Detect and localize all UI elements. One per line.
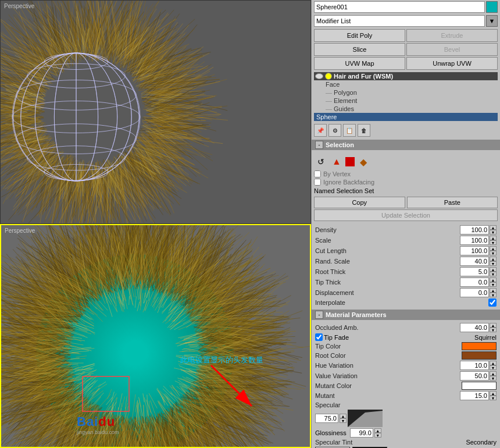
root-color-label: Root Color [315, 352, 462, 359]
tip-color-row: Tip Color [314, 342, 498, 351]
sel-poly-icon[interactable]: ◆ [356, 155, 370, 169]
scale-down[interactable]: ▼ [490, 240, 497, 245]
modifier-list-row: ▼ [312, 14, 500, 28]
rand-scale-down[interactable]: ▼ [490, 261, 497, 266]
selection-toggle[interactable]: - [315, 141, 323, 149]
value-variation-up[interactable]: ▲ [490, 371, 497, 376]
glossiness-input[interactable] [350, 428, 373, 438]
occluded-amb-input[interactable] [460, 323, 489, 332]
stack-element[interactable]: — Element [314, 97, 498, 105]
root-thick-up[interactable]: ▲ [490, 267, 497, 272]
root-thick-input[interactable] [460, 267, 489, 276]
interpolate-checkbox[interactable] [488, 298, 497, 307]
displacement-input[interactable] [460, 288, 489, 297]
mutant-input[interactable] [460, 391, 489, 400]
update-selection-button[interactable]: Update Selection [314, 209, 498, 221]
copy-button[interactable]: Copy [314, 197, 405, 208]
scale-spinners: ▲ ▼ [490, 236, 497, 245]
specular-up[interactable]: ▲ [340, 414, 347, 418]
ignore-backfacing-checkbox[interactable] [314, 179, 321, 186]
bevel-button[interactable]: Bevel [406, 43, 498, 56]
specular-input[interactable] [315, 414, 338, 423]
unwrap-uvw-button[interactable]: Unwrap UVW [406, 57, 498, 70]
visibility-icon[interactable] [315, 73, 323, 79]
tip-thick-input[interactable] [460, 278, 489, 287]
light-icon[interactable] [325, 73, 332, 80]
watermark-text: Baidu [77, 414, 119, 429]
viewport-area: Perspective Perspective 此电设置显示的头发数量 Bai [0, 0, 311, 448]
modifier-buttons: Edit Poly Extrude Slice Bevel UVW Map Un… [312, 28, 500, 71]
right-panel: ▼ Edit Poly Extrude Slice Bevel UVW Map … [311, 0, 500, 448]
root-color-swatch[interactable] [462, 351, 497, 360]
displacement-up[interactable]: ▲ [490, 288, 497, 293]
hue-variation-input[interactable] [460, 361, 489, 370]
selection-label: Selection [326, 141, 354, 148]
paste-button[interactable]: Paste [407, 197, 498, 208]
glossiness-up[interactable]: ▲ [374, 428, 381, 433]
tip-thick-up[interactable]: ▲ [490, 278, 497, 282]
occluded-amb-spinners: ▲ ▼ [490, 323, 497, 332]
glossiness-spinners: ▲ ▼ [374, 428, 381, 438]
value-variation-spinners: ▲ ▼ [490, 371, 497, 381]
displacement-down[interactable]: ▼ [490, 293, 497, 297]
sel-vertex-icon[interactable]: ▲ [330, 155, 344, 169]
rand-scale-up[interactable]: ▲ [490, 257, 497, 261]
density-up[interactable]: ▲ [490, 225, 497, 230]
object-color-swatch[interactable] [486, 1, 498, 13]
tip-color-swatch[interactable] [462, 342, 497, 350]
object-name-input[interactable] [314, 1, 485, 13]
specular-down[interactable]: ▼ [340, 418, 347, 423]
svg-line-1 [211, 365, 252, 406]
slice-button[interactable]: Slice [314, 43, 405, 56]
sel-edge-icon[interactable] [345, 157, 355, 166]
extrude-button[interactable]: Extrude [406, 29, 498, 42]
material-toggle[interactable]: - [315, 311, 323, 319]
stack-pin-icon[interactable]: 📌 [314, 124, 327, 137]
stack-copy-icon[interactable]: 📋 [343, 124, 356, 137]
by-vertex-checkbox[interactable] [314, 170, 321, 177]
cut-length-down[interactable]: ▼ [490, 251, 497, 255]
scale-input[interactable] [460, 236, 489, 245]
mutant-color-swatch[interactable] [462, 382, 497, 390]
tip-color-label: Tip Color [315, 343, 462, 350]
viewport-top[interactable]: Perspective [0, 0, 311, 224]
sel-undo-icon[interactable]: ↺ [314, 155, 328, 169]
occluded-amb-down[interactable]: ▼ [490, 328, 497, 332]
density-input[interactable] [460, 225, 489, 234]
scale-up[interactable]: ▲ [490, 236, 497, 240]
value-variation-down[interactable]: ▼ [490, 376, 497, 381]
stack-guides[interactable]: — Guides [314, 105, 498, 113]
tip-thick-spinners: ▲ ▼ [490, 278, 497, 287]
stack-sphere[interactable]: Sphere [314, 113, 498, 121]
tip-fade-checkbox[interactable] [315, 333, 323, 341]
hue-variation-value-box: ▲ ▼ [460, 361, 497, 370]
rand-scale-spinners: ▲ ▼ [490, 257, 497, 266]
edit-poly-button[interactable]: Edit Poly [314, 29, 405, 42]
scale-value-box: ▲ ▼ [460, 236, 497, 245]
modifier-list-input[interactable] [314, 15, 485, 27]
density-down[interactable]: ▼ [490, 230, 497, 234]
modifier-list-dropdown-arrow[interactable]: ▼ [486, 15, 498, 27]
rand-scale-input[interactable] [460, 257, 489, 266]
tip-thick-down[interactable]: ▼ [490, 282, 497, 287]
hue-variation-down[interactable]: ▼ [490, 365, 497, 370]
stack-move-icon[interactable]: ⚙ [328, 124, 341, 137]
mutant-up[interactable]: ▲ [490, 391, 497, 396]
stack-face[interactable]: Face [314, 80, 498, 88]
specular-label: Specular [315, 401, 497, 408]
cut-length-up[interactable]: ▲ [490, 246, 497, 251]
stack-delete-icon[interactable]: 🗑 [358, 124, 370, 137]
mutant-down[interactable]: ▼ [490, 396, 497, 400]
root-thick-down[interactable]: ▼ [490, 272, 497, 276]
uvw-map-button[interactable]: UVW Map [314, 57, 405, 70]
tip-thick-value-box: ▲ ▼ [460, 278, 497, 287]
glossiness-down[interactable]: ▼ [374, 433, 381, 438]
named-selection-label: Named Selection Set [314, 186, 498, 195]
occluded-amb-up[interactable]: ▲ [490, 323, 497, 328]
density-value-box: ▲ ▼ [460, 225, 497, 234]
value-variation-input[interactable] [460, 371, 489, 381]
hue-variation-up[interactable]: ▲ [490, 361, 497, 365]
stack-polygon[interactable]: — Polygon [314, 88, 498, 97]
cut-length-input[interactable] [460, 246, 489, 255]
viewport-bottom[interactable]: Perspective 此电设置显示的头发数量 Baidu jingyan.ba… [0, 224, 311, 448]
